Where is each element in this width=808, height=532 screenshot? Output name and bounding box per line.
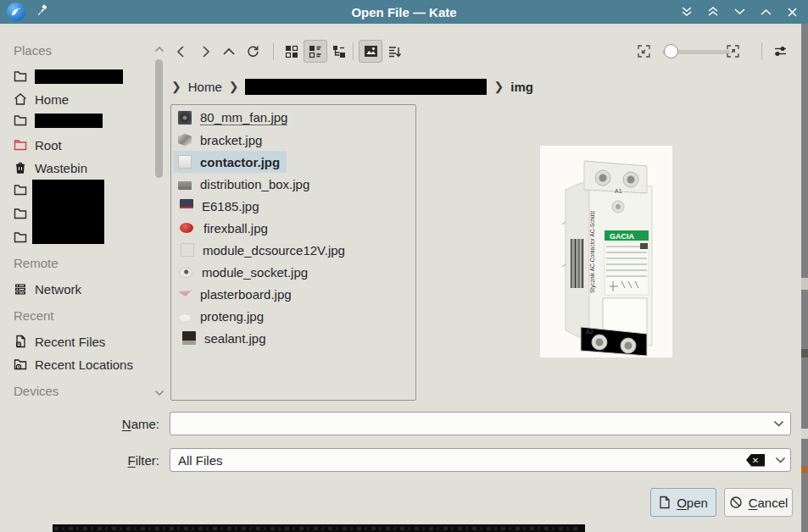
chevron-down-icon[interactable] xyxy=(766,420,790,427)
document-icon xyxy=(659,496,671,509)
chevron-right-icon: ❯ xyxy=(492,80,505,93)
preview-toggle-button[interactable] xyxy=(359,40,382,63)
chevron-down-icon[interactable] xyxy=(770,457,790,463)
devices-section-header: Devices xyxy=(14,384,59,398)
keep-below-button[interactable] xyxy=(679,4,694,19)
toolbar-separator xyxy=(761,42,762,60)
sidebar-item-recent-locations[interactable]: Recent Locations xyxy=(14,355,133,374)
filter-field-label: Filter: xyxy=(58,453,159,468)
recent-folder-icon xyxy=(14,357,27,371)
close-button[interactable] xyxy=(784,4,800,19)
minimize-button[interactable] xyxy=(732,4,747,19)
open-button[interactable]: Open xyxy=(650,488,716,517)
chevron-right-icon: ❯ xyxy=(227,80,241,93)
back-button[interactable] xyxy=(170,40,193,63)
redacted-label xyxy=(35,69,123,84)
forward-button[interactable] xyxy=(193,40,217,63)
folder-icon xyxy=(14,207,27,220)
keep-above-button[interactable] xyxy=(705,4,721,19)
cancel-button[interactable]: Cancel xyxy=(724,488,793,517)
background-window-edge xyxy=(801,24,808,532)
recent-section-header: Recent xyxy=(14,308,54,323)
sidebar-scrollbar-thumb[interactable] xyxy=(155,59,163,178)
sort-options-button[interactable] xyxy=(382,40,406,63)
red-ball-thumbnail-icon xyxy=(180,223,193,233)
sidebar-item-network[interactable]: Network xyxy=(14,280,81,298)
redacted-label xyxy=(35,114,103,128)
open-button-label: Open xyxy=(677,496,708,510)
breadcrumb-img[interactable]: img xyxy=(510,80,533,94)
reload-button[interactable] xyxy=(241,40,265,63)
zoom-slider-handle[interactable] xyxy=(664,44,678,58)
icon-view-button[interactable] xyxy=(280,40,304,63)
network-icon xyxy=(14,282,27,296)
folder-icon xyxy=(14,183,27,197)
toolbar-separator xyxy=(353,42,354,60)
red-folder-icon xyxy=(14,138,27,152)
remote-section-header: Remote xyxy=(14,256,59,270)
cancel-icon xyxy=(729,496,743,509)
sidebar-item-home[interactable]: Home xyxy=(14,90,69,108)
toolbar xyxy=(170,40,800,64)
name-field-label: Name: xyxy=(58,417,159,431)
cancel-button-label: Cancel xyxy=(749,496,788,510)
file-preview-image: A1 GACIA A2 xyxy=(540,146,672,357)
open-file-dialog: Open File — Kate xyxy=(0,0,808,532)
trash-icon xyxy=(14,161,27,175)
sidebar-item-wastebin[interactable]: Wastebin xyxy=(14,158,87,177)
file-row[interactable]: firexball.jpg xyxy=(173,217,275,239)
file-row[interactable]: distribution_box.jpg xyxy=(173,173,316,195)
sealant-thumbnail-icon xyxy=(182,331,196,345)
file-row[interactable]: proteng.jpg xyxy=(173,305,270,327)
tree-view-button[interactable] xyxy=(327,40,351,63)
background-terminal-edge xyxy=(53,524,585,532)
options-button[interactable] xyxy=(768,40,792,63)
places-section-header: Places xyxy=(14,43,52,58)
file-row[interactable]: sealant.jpg xyxy=(173,327,273,349)
sidebar-item-redacted-2[interactable] xyxy=(14,111,103,130)
toolbar-separator xyxy=(273,42,274,60)
sidebar-item-redacted-3[interactable] xyxy=(14,180,27,199)
name-input[interactable] xyxy=(170,412,791,435)
zoom-out-icon[interactable] xyxy=(632,40,655,63)
detail-view-button[interactable] xyxy=(304,40,327,63)
socket-thumbnail-icon xyxy=(179,267,192,278)
breadcrumb-home[interactable]: Home xyxy=(188,80,222,94)
recent-file-icon xyxy=(14,335,27,348)
terminal-a2-label: A2 xyxy=(586,329,593,335)
sidebar-item-redacted-5[interactable] xyxy=(14,228,27,247)
titlebar[interactable]: Open File — Kate xyxy=(0,0,808,24)
file-row[interactable]: E6185.jpg xyxy=(173,195,266,217)
file-row-selected[interactable]: contactor.jpg xyxy=(173,151,287,173)
breadcrumb-redacted-folder[interactable] xyxy=(245,79,487,95)
scroll-up-icon[interactable] xyxy=(153,43,165,55)
terminal-a1-label: A1 xyxy=(615,188,622,194)
fan-thumbnail-icon xyxy=(178,111,192,125)
zoom-in-icon[interactable] xyxy=(721,40,744,63)
file-row[interactable]: plasterboard.jpg xyxy=(173,283,298,305)
chevron-right-icon: ❯ xyxy=(170,80,183,93)
scroll-down-icon[interactable] xyxy=(153,387,165,399)
up-button[interactable] xyxy=(217,40,241,63)
folder-icon xyxy=(14,230,27,244)
clear-filter-icon[interactable]: ✕ xyxy=(746,454,765,467)
sidebar-item-redacted-1[interactable] xyxy=(14,67,123,86)
plasterboard-thumbnail-icon xyxy=(178,288,192,300)
filter-select-value: All Files xyxy=(170,453,746,468)
maximize-button[interactable] xyxy=(758,4,773,19)
filter-select[interactable]: All Files ✕ xyxy=(170,448,791,472)
side-label: Stycznik AC-Contactor AC-Schütz xyxy=(589,210,596,293)
file-row[interactable]: 80_mm_fan.jpg xyxy=(173,107,294,129)
distribution-box-thumbnail-icon xyxy=(178,181,192,190)
home-icon xyxy=(14,92,27,106)
sidebar-item-root[interactable]: Root xyxy=(14,136,62,154)
sidebar-item-recent-files[interactable]: Recent Files xyxy=(14,332,105,351)
sidebar-item-redacted-4[interactable] xyxy=(14,204,27,223)
bracket-thumbnail-icon xyxy=(178,133,192,147)
folder-icon xyxy=(14,114,27,127)
file-row[interactable]: module_socket.jpg xyxy=(173,261,315,283)
device-thumbnail-icon xyxy=(180,199,193,213)
file-row[interactable]: module_dcsource12V.jpg xyxy=(173,239,352,261)
file-list: 80_mm_fan.jpg bracket.jpg contactor.jpg … xyxy=(170,104,416,401)
file-row[interactable]: bracket.jpg xyxy=(173,129,269,151)
